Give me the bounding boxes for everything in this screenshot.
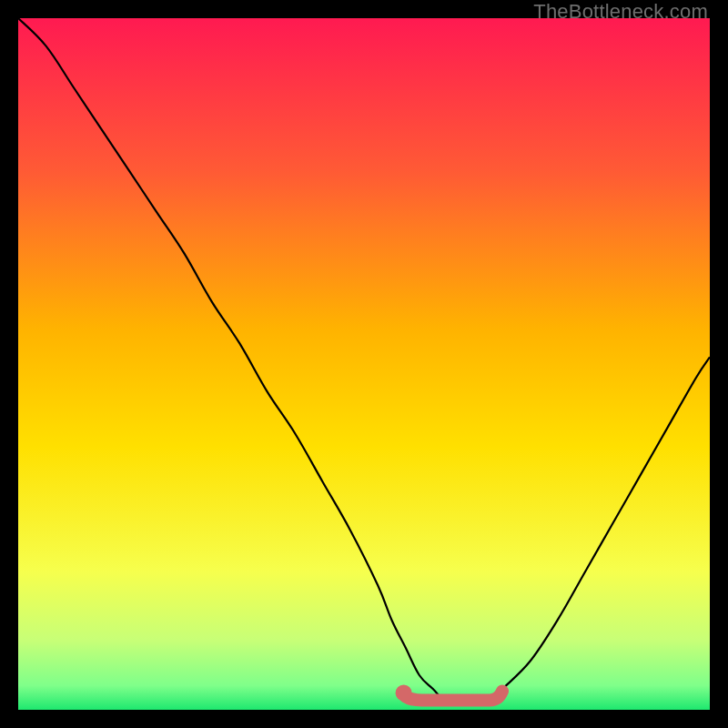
- watermark-text: TheBottleneck.com: [533, 0, 708, 24]
- bottleneck-curve-path: [18, 18, 710, 704]
- highlight-marker: [406, 691, 502, 700]
- bottleneck-curve-svg: [18, 18, 710, 710]
- chart-frame: [18, 18, 710, 710]
- highlight-marker-dot: [396, 684, 412, 701]
